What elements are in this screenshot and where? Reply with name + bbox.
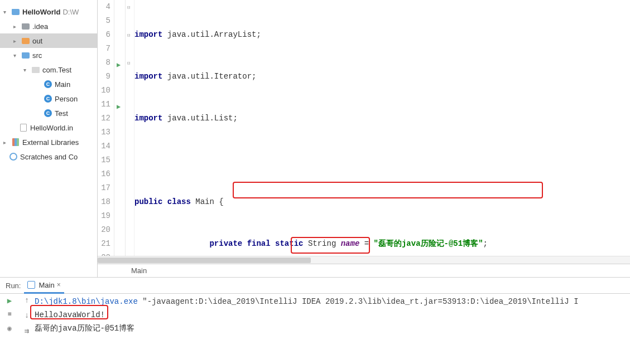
run-gutter-icon[interactable]: ▶ [117, 100, 121, 114]
wrap-icon[interactable]: ⇉ [22, 326, 31, 335]
run-tool-column-2: ↑ ↓ ⇉ [19, 294, 35, 364]
tree-label: .idea [32, 22, 48, 31]
tree-label: Scratches and Co [20, 153, 78, 161]
tree-label: Person [55, 95, 78, 103]
library-icon [11, 138, 20, 147]
tree-item-main[interactable]: C Main [0, 77, 97, 91]
breadcrumb[interactable]: Main [98, 264, 630, 277]
annotation-box [233, 182, 543, 198]
tree-item-test[interactable]: C Test [0, 106, 97, 120]
annotation-box [291, 237, 370, 254]
tree-label: com.Test [42, 66, 71, 74]
class-icon: C [44, 94, 52, 103]
folder-icon [21, 22, 30, 31]
folder-icon [21, 51, 30, 60]
tree-label: src [32, 51, 42, 60]
tree-item-package[interactable]: ▾ com.Test [0, 62, 97, 77]
package-icon [31, 65, 40, 74]
chevron-right-icon: ▸ [13, 38, 19, 44]
tree-label: HelloWorld.in [30, 124, 73, 132]
tree-label: Main [55, 80, 70, 89]
run-config-icon [27, 281, 35, 289]
console-line: "-javaagent:D:\idea_2019\IntelliJ IDEA 2… [138, 297, 579, 306]
tree-label: Test [55, 109, 68, 118]
run-tab[interactable]: Main × [24, 278, 64, 294]
breadcrumb-item[interactable]: Main [131, 266, 147, 275]
code-lines[interactable]: import java.util.ArrayList; import java.… [134, 0, 630, 264]
scrollbar-thumb[interactable] [98, 258, 311, 263]
run-label: Run: [2, 282, 24, 290]
tree-item-person[interactable]: C Person [0, 91, 97, 106]
chevron-down-icon: ▾ [3, 9, 9, 15]
tree-label: External Libraries [22, 138, 79, 147]
tree-item-libraries[interactable]: ▸ External Libraries [0, 135, 97, 149]
file-icon [19, 123, 28, 132]
tree-label: out [32, 37, 42, 45]
folder-icon [11, 7, 20, 16]
annotation-box [30, 305, 108, 319]
gutter-linenumbers: 4 5 6 7 8 9 10 11 12 13 14 15 16 17 18 1… [98, 0, 114, 264]
project-tree: ▾ HelloWorld D:\W ▸ .idea ▸ out ▾ src ▾ … [0, 0, 98, 277]
up-icon[interactable]: ↑ [22, 296, 31, 305]
stop-icon[interactable]: ■ [5, 310, 14, 319]
chevron-down-icon: ▾ [23, 67, 29, 73]
console-output[interactable]: D:\jdk1.8\bin\java.exe "-javaagent:D:\id… [35, 294, 630, 364]
chevron-right-icon: ▸ [13, 23, 19, 30]
run-panel: Run: Main × ▶ ■ ◉ ↑ ↓ ⇉ D:\jdk1.8\bin\ja… [0, 278, 630, 364]
tree-label: HelloWorld [22, 8, 60, 16]
folder-icon [21, 36, 30, 45]
run-tab-label: Main [39, 281, 54, 289]
run-tool-column-1: ▶ ■ ◉ [0, 294, 19, 364]
tree-item-idea[interactable]: ▸ .idea [0, 19, 97, 33]
chevron-right-icon: ▸ [3, 139, 9, 145]
class-icon: C [44, 80, 52, 89]
editor: 4 5 6 7 8 9 10 11 12 13 14 15 16 17 18 1… [98, 0, 630, 277]
tree-item-src[interactable]: ▾ src [0, 48, 97, 62]
tree-item-iml[interactable]: HelloWorld.in [0, 120, 97, 135]
class-icon: C [44, 109, 52, 118]
rerun-icon[interactable]: ▶ [5, 296, 14, 305]
tree-path: D:\W [62, 8, 79, 16]
editor-scrollbar[interactable] [98, 256, 630, 264]
camera-icon[interactable]: ◉ [5, 324, 14, 333]
code-area[interactable]: 4 5 6 7 8 9 10 11 12 13 14 15 16 17 18 1… [98, 0, 630, 264]
console-line: HelloJavaWorld! [35, 308, 630, 322]
run-gutter-icon[interactable]: ▶ [117, 59, 121, 72]
tree-item-out[interactable]: ▸ out [0, 33, 97, 48]
chevron-down-icon: ▾ [13, 52, 19, 59]
scratch-icon [9, 152, 18, 161]
tree-root[interactable]: ▾ HelloWorld D:\W [0, 4, 97, 19]
close-icon[interactable]: × [57, 281, 61, 289]
fold-column: ⊟ ⊟ ⊟ [126, 0, 134, 264]
tree-item-scratches[interactable]: Scratches and Co [0, 149, 97, 164]
console-line: 磊哥的java历险记-@51博客 [35, 322, 630, 335]
gutter-run-icons: ▶ ▶ [114, 0, 126, 264]
run-panel-header: Run: Main × [0, 278, 630, 294]
